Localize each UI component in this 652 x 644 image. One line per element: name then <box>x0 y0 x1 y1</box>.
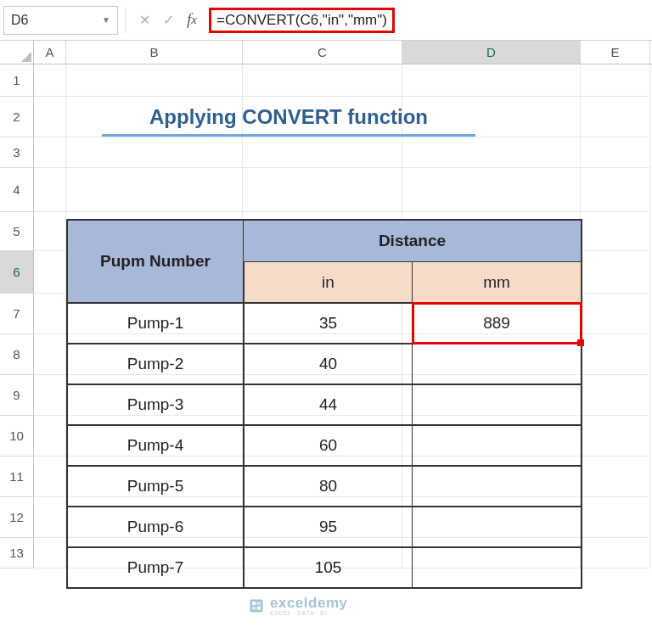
cell-mm[interactable] <box>413 547 582 588</box>
row-header[interactable]: 1 <box>0 64 34 97</box>
cell-in[interactable]: 35 <box>244 303 413 344</box>
row-header[interactable]: 12 <box>0 497 34 538</box>
table-row: Pump-1 35 889 <box>67 303 582 344</box>
row-header[interactable]: 5 <box>0 212 34 251</box>
svg-marker-0 <box>21 52 31 62</box>
cell-pump-name[interactable]: Pump-4 <box>67 425 244 466</box>
cell-pump-name[interactable]: Pump-2 <box>67 344 244 384</box>
enter-icon[interactable]: ✓ <box>156 8 180 32</box>
select-all-triangle[interactable] <box>0 41 34 64</box>
table-row: Pump-7 105 <box>67 547 582 588</box>
svg-rect-2 <box>252 602 256 605</box>
table-row: Pump-2 40 <box>67 344 582 384</box>
cell-mm-selected[interactable]: 889 <box>413 303 582 344</box>
table-row: Pump-4 60 <box>67 425 582 466</box>
cell-pump-name[interactable]: Pump-7 <box>67 547 244 588</box>
formula-bar-row: D6 ▼ ✕ ✓ fx =CONVERT(C6,"in","mm") <box>0 0 652 41</box>
title-underline <box>102 134 475 137</box>
cell-in[interactable]: 40 <box>244 344 413 384</box>
name-box-value: D6 <box>11 13 28 28</box>
row-header[interactable]: 6 <box>0 251 34 294</box>
table-row: Pump-5 80 <box>67 466 582 507</box>
cell-mm[interactable] <box>413 466 582 507</box>
watermark: exceldemy EXCEL · DATA · BI <box>248 596 347 616</box>
col-header-b[interactable]: B <box>66 41 243 64</box>
table-row: Pump-3 44 <box>67 384 582 425</box>
svg-rect-4 <box>252 607 256 610</box>
chevron-down-icon[interactable]: ▼ <box>102 15 110 25</box>
col-header-c[interactable]: C <box>243 41 402 64</box>
row-header[interactable]: 9 <box>0 375 34 416</box>
cell-mm[interactable] <box>413 344 582 384</box>
logo-icon <box>248 597 265 614</box>
cell-mm[interactable] <box>413 384 582 425</box>
header-distance[interactable]: Distance <box>244 220 582 262</box>
cancel-icon[interactable]: ✕ <box>132 8 156 32</box>
worksheet-title: Applying CONVERT function <box>102 105 475 137</box>
divider <box>125 8 126 33</box>
col-header-a[interactable]: A <box>34 41 66 64</box>
name-box[interactable]: D6 ▼ <box>3 6 118 35</box>
cell-in[interactable]: 60 <box>244 425 413 466</box>
col-header-d[interactable]: D <box>402 41 581 64</box>
title-text: Applying CONVERT function <box>102 105 475 134</box>
subheader-mm[interactable]: mm <box>413 262 582 303</box>
svg-rect-3 <box>257 602 261 605</box>
cell-pump-name[interactable]: Pump-5 <box>67 466 244 507</box>
row-header[interactable]: 3 <box>0 137 34 168</box>
subheader-in[interactable]: in <box>244 262 413 303</box>
column-headers: A B C D E <box>0 41 652 64</box>
svg-rect-5 <box>257 607 261 610</box>
row-header[interactable]: 8 <box>0 334 34 375</box>
watermark-brand: exceldemy <box>270 596 347 610</box>
formula-text: =CONVERT(C6,"in","mm") <box>209 8 395 33</box>
cell-in[interactable]: 95 <box>244 507 413 547</box>
cell-in[interactable]: 105 <box>244 547 413 588</box>
svg-rect-1 <box>250 600 263 613</box>
table-row: Pump-6 95 <box>67 507 582 547</box>
row-header[interactable]: 7 <box>0 294 34 334</box>
data-table: Pupm Number Distance in mm Pump-1 35 889… <box>66 219 582 589</box>
header-pump-number[interactable]: Pupm Number <box>67 220 244 303</box>
row-header[interactable]: 4 <box>0 168 34 212</box>
cell-in[interactable]: 44 <box>244 384 413 425</box>
col-header-e[interactable]: E <box>581 41 650 64</box>
row-header[interactable]: 13 <box>0 538 34 568</box>
cell-pump-name[interactable]: Pump-6 <box>67 507 244 547</box>
cell-pump-name[interactable]: Pump-3 <box>67 384 244 425</box>
cell-pump-name[interactable]: Pump-1 <box>67 303 244 344</box>
watermark-tagline: EXCEL · DATA · BI <box>270 610 347 616</box>
formula-input[interactable]: =CONVERT(C6,"in","mm") <box>204 6 649 35</box>
row-header[interactable]: 10 <box>0 416 34 456</box>
row-header[interactable]: 11 <box>0 456 34 497</box>
cell-mm[interactable] <box>413 507 582 547</box>
fx-icon[interactable]: fx <box>180 8 204 32</box>
cell-mm[interactable] <box>413 425 582 466</box>
row-header[interactable]: 2 <box>0 97 34 137</box>
cell-in[interactable]: 80 <box>244 466 413 507</box>
